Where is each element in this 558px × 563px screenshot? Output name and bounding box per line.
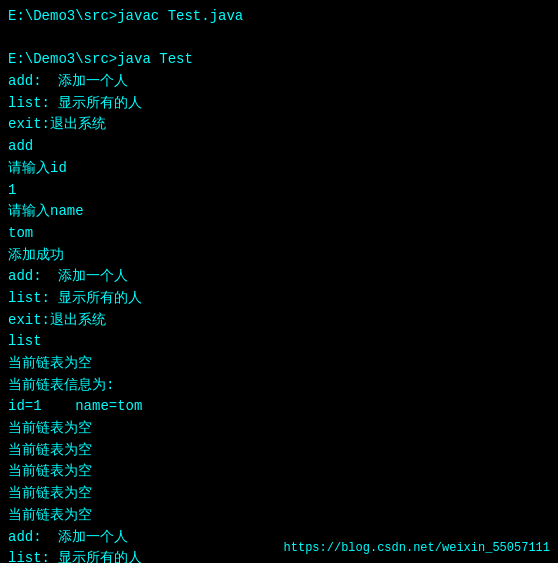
- terminal-line: 当前链表为空: [8, 353, 550, 375]
- terminal-line: tom: [8, 223, 550, 245]
- terminal-line: E:\Demo3\src>javac Test.java: [8, 6, 550, 28]
- terminal-line: 1: [8, 180, 550, 202]
- terminal-line: 请输入id: [8, 158, 550, 180]
- terminal-line: list: 显示所有的人: [8, 288, 550, 310]
- watermark: https://blog.csdn.net/weixin_55057111: [284, 541, 550, 555]
- terminal-line: list: 显示所有的人: [8, 93, 550, 115]
- terminal-line: 请输入name: [8, 201, 550, 223]
- terminal-line: 添加成功: [8, 245, 550, 267]
- terminal-line: add: 添加一个人: [8, 266, 550, 288]
- terminal-line: add: [8, 136, 550, 158]
- terminal-line: 当前链表为空: [8, 483, 550, 505]
- terminal-line: exit:退出系统: [8, 114, 550, 136]
- terminal-line: 当前链表为空: [8, 461, 550, 483]
- terminal-line: id=1 name=tom: [8, 396, 550, 418]
- terminal-window: E:\Demo3\src>javac Test.java E:\Demo3\sr…: [0, 0, 558, 563]
- terminal-line: add: 添加一个人: [8, 71, 550, 93]
- terminal-line: E:\Demo3\src>java Test: [8, 49, 550, 71]
- terminal-line: 当前链表信息为:: [8, 375, 550, 397]
- terminal-line: list: [8, 331, 550, 353]
- terminal-line: exit:退出系统: [8, 310, 550, 332]
- terminal-line: 当前链表为空: [8, 505, 550, 527]
- terminal-line: 当前链表为空: [8, 418, 550, 440]
- terminal-line: 当前链表为空: [8, 440, 550, 462]
- terminal-line: [8, 28, 550, 50]
- terminal-output: E:\Demo3\src>javac Test.java E:\Demo3\sr…: [8, 6, 550, 563]
